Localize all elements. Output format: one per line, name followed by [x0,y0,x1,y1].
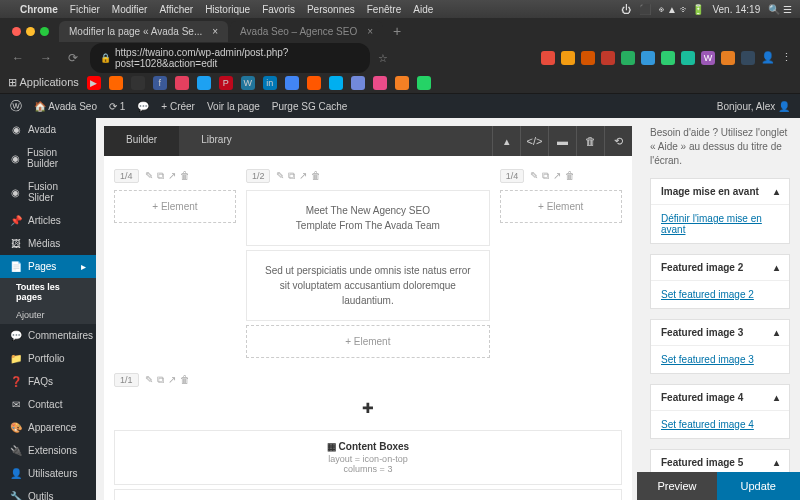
content-boxes-element[interactable]: ▦ Content Boxes layout = icon-on-top col… [114,430,622,485]
trash-icon[interactable]: 🗑 [576,126,604,156]
tab-library[interactable]: Library [179,126,254,156]
ext-icon[interactable] [621,51,635,65]
bookmark-icon[interactable]: ▶ [87,76,101,90]
set-image-link[interactable]: Set featured image 2 [661,289,754,300]
sidebar-item-faqs[interactable]: ❓FAQs [0,370,96,393]
ext-icon[interactable] [601,51,615,65]
minimize-window-icon[interactable] [26,27,35,36]
history-icon[interactable]: ⟲ [604,126,632,156]
toggle-icon[interactable]: ▴ [774,457,779,468]
clone-icon[interactable]: ⧉ [288,170,295,182]
collapse-icon[interactable]: ▴ [492,126,520,156]
clone-icon[interactable]: ⧉ [542,170,549,182]
bookmark-icon[interactable] [417,76,431,90]
add-element-button[interactable]: + Element [500,190,622,223]
edit-icon[interactable]: ✎ [145,170,153,182]
menu-item[interactable]: Fenêtre [367,4,401,15]
forward-icon[interactable]: ↗ [299,170,307,182]
bookmark-icon[interactable]: P [219,76,233,90]
bookmark-icon[interactable] [197,76,211,90]
new-content-button[interactable]: + Créer [161,101,195,112]
toggle-icon[interactable]: ▴ [774,186,779,197]
bookmark-icon[interactable] [175,76,189,90]
wordpress-logo-icon[interactable]: ⓦ [10,98,22,115]
ext-icon[interactable] [681,51,695,65]
trash-icon[interactable]: 🗑 [180,374,190,386]
ext-icon[interactable] [661,51,675,65]
sidebar-item-articles[interactable]: 📌Articles [0,209,96,232]
view-page-link[interactable]: Voir la page [207,101,260,112]
purge-cache-link[interactable]: Purge SG Cache [272,101,348,112]
menu-item[interactable]: Historique [205,4,250,15]
star-icon[interactable]: ☆ [378,52,388,65]
menu-item[interactable]: Aide [413,4,433,15]
bookmark-icon[interactable] [351,76,365,90]
meta-box-title[interactable]: Featured image 2▴ [651,255,789,281]
forward-button[interactable]: → [36,51,56,65]
heading-element[interactable]: Meet The New Agency SEO Template From Th… [246,190,490,246]
add-element-button[interactable]: + Element [114,190,236,223]
save-icon[interactable]: ▬ [548,126,576,156]
code-icon[interactable]: </> [520,126,548,156]
sidebar-item-médias[interactable]: 🖼Médias [0,232,96,255]
menu-item[interactable]: Modifier [112,4,148,15]
sidebar-item-avada[interactable]: ◉Avada [0,118,96,141]
sidebar-item-outils[interactable]: 🔧Outils [0,485,96,500]
sidebar-item-pages[interactable]: 📄Pages▸ [0,255,96,278]
meta-box-title[interactable]: Image mise en avant▴ [651,179,789,205]
column-size[interactable]: 1/4 [500,169,525,183]
sidebar-subitem[interactable]: Ajouter [0,306,96,324]
sidebar-subitem[interactable]: Toutes les pages [0,278,96,306]
bookmark-icon[interactable] [373,76,387,90]
edit-icon[interactable]: ✎ [276,170,284,182]
bookmark-icon[interactable]: in [263,76,277,90]
meta-box-title[interactable]: Featured image 4▴ [651,385,789,411]
bookmark-icon[interactable] [109,76,123,90]
set-image-link[interactable]: Set featured image 3 [661,354,754,365]
trash-icon[interactable]: 🗑 [565,170,575,182]
bookmark-icon[interactable] [395,76,409,90]
window-controls[interactable] [4,27,57,36]
address-bar[interactable]: 🔒 https://twaino.com/wp-admin/post.php?p… [90,43,370,73]
toggle-icon[interactable]: ▴ [774,262,779,273]
close-icon[interactable]: × [367,26,373,37]
meta-box-title[interactable]: Featured image 3▴ [651,320,789,346]
wifi-icon[interactable]: ◉ ▲ ᯤ 🔋 [659,4,704,15]
avatar-icon[interactable]: 👤 [761,51,775,65]
set-image-link[interactable]: Set featured image 4 [661,419,754,430]
comments-icon[interactable]: 💬 [137,101,149,112]
new-tab-button[interactable]: + [385,23,409,39]
tab-builder[interactable]: Builder [104,126,179,156]
browser-tab-active[interactable]: Modifier la page « Avada Se... × [59,21,228,42]
forward-icon[interactable]: ↗ [553,170,561,182]
bookmark-icon[interactable] [307,76,321,90]
column-size[interactable]: 1/2 [246,169,271,183]
bookmark-icon[interactable] [329,76,343,90]
clone-icon[interactable]: ⧉ [157,374,164,386]
preview-button[interactable]: Preview [637,472,716,500]
forward-icon[interactable]: ↗ [168,170,176,182]
site-name[interactable]: 🏠 Avada Seo [34,101,97,112]
add-element-button[interactable]: + Element [246,325,490,358]
column-size[interactable]: 1/1 [114,373,139,387]
apps-button[interactable]: ⊞ Applications [8,76,79,89]
bookmark-icon[interactable] [285,76,299,90]
clone-icon[interactable]: ⧉ [157,170,164,182]
back-button[interactable]: ← [8,51,28,65]
menu-item[interactable]: Personnes [307,4,355,15]
user-greeting[interactable]: Bonjour, Alex 👤 [717,101,790,112]
edit-icon[interactable]: ✎ [530,170,538,182]
ext-icon[interactable] [721,51,735,65]
sidebar-item-fusion-builder[interactable]: ◉Fusion Builder [0,141,96,175]
menu-item[interactable]: Fichier [70,4,100,15]
menu-item[interactable]: Favoris [262,4,295,15]
maximize-window-icon[interactable] [40,27,49,36]
reload-button[interactable]: ⟳ [64,51,82,65]
ext-icon[interactable] [641,51,655,65]
ext-icon[interactable] [581,51,595,65]
bookmark-icon[interactable]: W [241,76,255,90]
search-icon[interactable]: 🔍 ☰ [768,4,792,15]
toggle-icon[interactable]: ▴ [774,392,779,403]
sidebar-item-apparence[interactable]: 🎨Apparence [0,416,96,439]
browser-tab[interactable]: Avada Seo – Agence SEO × [230,21,383,42]
